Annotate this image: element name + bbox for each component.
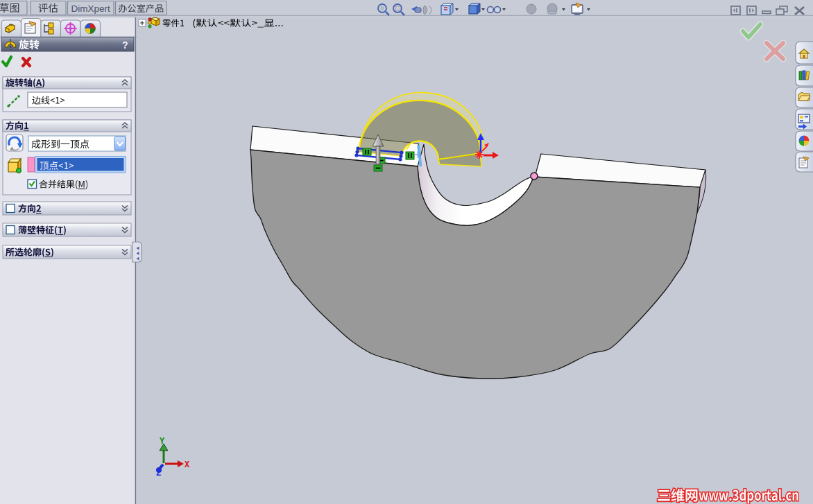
svg-text:X: X [185,460,190,470]
svg-text:DimXpert: DimXpert [71,3,111,14]
svg-text:?: ? [122,40,128,51]
svg-text:Z: Z [156,469,161,478]
svg-text:Y: Y [160,437,165,446]
